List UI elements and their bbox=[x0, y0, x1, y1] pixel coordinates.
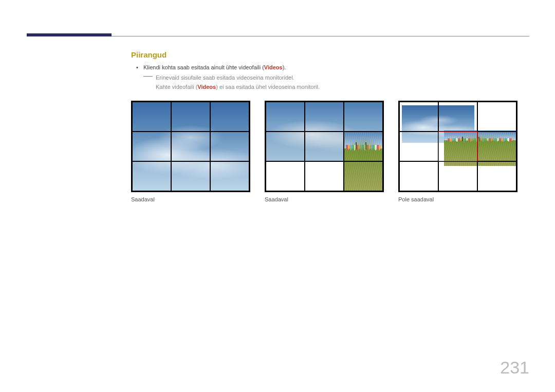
cell bbox=[477, 102, 516, 132]
cell bbox=[266, 161, 305, 191]
cell bbox=[210, 132, 249, 161]
cell bbox=[477, 132, 516, 161]
diagram-not-available: Pole saadaval bbox=[398, 101, 517, 202]
videowall-grid bbox=[398, 101, 517, 192]
bullet-text: Kliendi kohta saab esitada ainult ühte v… bbox=[143, 64, 286, 70]
cell bbox=[438, 132, 477, 161]
diagram-row: Saadaval bbox=[131, 101, 529, 202]
cell bbox=[305, 102, 344, 132]
cell bbox=[399, 161, 438, 191]
cell bbox=[305, 132, 344, 161]
note: ― Erinevaid sisufaile saab esitada video… bbox=[131, 73, 529, 91]
cell bbox=[266, 132, 305, 161]
cell bbox=[305, 161, 344, 191]
cell bbox=[210, 102, 249, 132]
diagram-caption: Pole saadaval bbox=[398, 196, 517, 202]
cell bbox=[266, 102, 305, 132]
diagram-caption: Saadaval bbox=[265, 196, 384, 202]
cell bbox=[399, 102, 438, 132]
cell bbox=[210, 161, 249, 191]
diagram-available-1: Saadaval bbox=[131, 101, 250, 202]
cell bbox=[132, 102, 171, 132]
cell bbox=[344, 132, 383, 161]
header-accent bbox=[27, 33, 112, 36]
bullet-icon: • bbox=[136, 64, 143, 70]
cell bbox=[477, 161, 516, 191]
cell bbox=[438, 161, 477, 191]
cell bbox=[171, 161, 210, 191]
cell bbox=[344, 161, 383, 191]
cell bbox=[171, 102, 210, 132]
cell bbox=[171, 132, 210, 161]
videowall-grid bbox=[131, 101, 250, 192]
videowall-grid bbox=[265, 101, 384, 192]
diagram-available-2: Saadaval bbox=[265, 101, 384, 202]
section-heading: Piirangud bbox=[131, 50, 529, 59]
cell bbox=[344, 102, 383, 132]
cell bbox=[132, 161, 171, 191]
cell bbox=[399, 132, 438, 161]
note-text: Erinevaid sisufaile saab esitada videose… bbox=[156, 73, 320, 91]
cell bbox=[438, 102, 477, 132]
page-number: 231 bbox=[500, 358, 529, 378]
diagram-caption: Saadaval bbox=[131, 196, 250, 202]
cell bbox=[132, 132, 171, 161]
main-content: Piirangud • Kliendi kohta saab esitada a… bbox=[131, 50, 529, 202]
bullet-item: • Kliendi kohta saab esitada ainult ühte… bbox=[131, 64, 529, 70]
dash-icon: ― bbox=[143, 72, 153, 79]
